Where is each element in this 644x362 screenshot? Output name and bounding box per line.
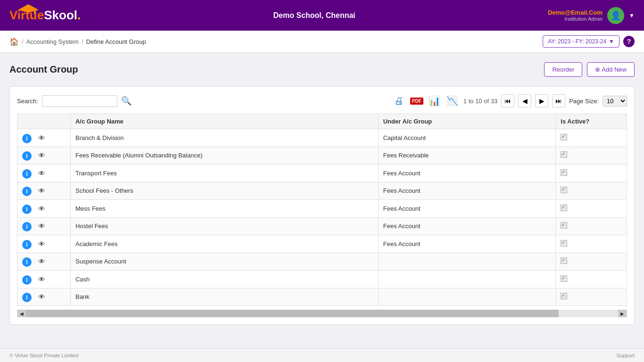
view-icon-6[interactable]: 👁 [37,239,47,249]
print-icon: 🖨 [394,96,404,107]
search-input[interactable] [42,95,117,107]
cell-name-5: Hostel Fees [70,217,378,235]
info-icon-3[interactable]: i [22,187,32,196]
cell-under-8 [378,271,556,288]
active-checkbox-0 [561,134,567,140]
view-icon-2[interactable]: 👁 [37,168,47,178]
scroll-right-arrow[interactable]: ▶ [618,310,627,317]
scroll-thumb[interactable] [26,310,559,317]
logo-skool-text: Skool [44,8,77,22]
active-checkbox-1 [561,151,567,158]
cell-under-2: Fees Account [378,165,556,182]
print-button[interactable]: 🖨 [392,94,406,108]
reorder-button[interactable]: Reorder [544,62,582,77]
table-row: i 👁 Transport FeesFees Account [17,165,627,182]
first-page-button[interactable]: ⏮ [501,94,514,107]
info-icon-7[interactable]: i [22,257,32,267]
ay-selector-button[interactable]: AY: 2023 - FY: 2023-24 ▼ [543,35,619,48]
cell-name-3: School Fees - Others [70,182,378,200]
table-row: i 👁 Branch & DivisionCapital Account [17,129,627,147]
excel-icon: 📊 [429,95,440,107]
search-label: Search: [17,98,38,105]
cell-active-1 [556,147,627,165]
view-icon-3[interactable]: 👁 [37,186,47,196]
info-icon-4[interactable]: i [22,205,32,214]
info-icon-0[interactable]: i [22,134,32,143]
help-button[interactable]: ? [623,36,635,47]
pdf-export-button[interactable]: PDF [410,94,424,108]
home-icon[interactable]: 🏠 [9,37,19,46]
view-icon-0[interactable]: 👁 [37,132,47,143]
info-icon-5[interactable]: i [22,222,32,231]
table-row: i 👁 Hostel FeesFees Account [17,217,627,235]
excel-export-button[interactable]: 📊 [428,94,442,108]
table-row: i 👁 Suspense Account [17,253,627,271]
col-header-active: Is Active? [556,114,627,129]
header: VirtueSkool. Demo School, Chennai Demo@E… [0,0,644,31]
logo: VirtueSkool. [9,8,81,23]
scroll-track[interactable] [26,310,618,317]
next-page-button[interactable]: ▶ [535,94,548,107]
school-name: Demo School, Chennai [273,11,355,20]
prev-page-button[interactable]: ◀ [518,94,531,107]
cell-active-7 [556,253,627,271]
ay-selector-label: AY: 2023 - FY: 2023-24 [548,38,606,45]
view-icon-9[interactable]: 👁 [37,292,47,302]
cell-under-4: Fees Account [378,200,556,218]
cell-active-4 [556,200,627,218]
info-icon-2[interactable]: i [22,169,32,179]
user-role: Institution Admin [548,16,603,22]
table-header-row: A/c Group Name Under A/c Group Is Active… [17,114,627,129]
page-size-select[interactable]: 10 20 50 100 [603,96,627,107]
active-checkbox-9 [561,293,567,299]
cell-under-3: Fees Account [378,182,556,200]
cell-name-9: Bank [70,288,378,306]
user-area: Demo@Email.Com Institution Admin 👤 ▼ [548,7,635,24]
table-row: i 👁 Cash [17,271,627,288]
ay-selector-chevron: ▼ [609,38,614,45]
active-checkbox-5 [561,222,567,229]
view-icon-1[interactable]: 👁 [37,150,47,161]
cell-under-6: Fees Account [378,235,556,253]
page-title: Account Group [9,64,78,75]
cell-active-8 [556,271,627,288]
view-icon-8[interactable]: 👁 [37,274,47,284]
view-icon-5[interactable]: 👁 [37,221,47,231]
logo-hat-icon [18,3,39,17]
view-icon-7[interactable]: 👁 [37,256,47,267]
excel-x-icon: 📉 [446,95,458,107]
excel-x-export-button[interactable]: 📉 [446,94,460,108]
toolbar-right: 🖨 PDF 📊 📉 1 to 10 of 33 ⏮ ◀ ▶ ⏭ Page Siz… [392,94,627,108]
action-buttons: Reorder ⊕ Add New [544,62,635,77]
cell-under-7 [378,253,556,271]
scroll-left-arrow[interactable]: ◀ [17,310,26,317]
search-area: Search: 🔍 [17,95,132,107]
table-card: Search: 🔍 🖨 PDF 📊 📉 1 to 10 of 33 ⏮ [9,86,635,325]
avatar[interactable]: 👤 [607,7,624,24]
cell-active-3 [556,182,627,200]
info-icon-1[interactable]: i [22,151,32,161]
last-page-button[interactable]: ⏭ [552,94,565,107]
col-header-name: A/c Group Name [70,114,378,129]
page-header: Account Group Reorder ⊕ Add New [9,62,635,77]
data-table: A/c Group Name Under A/c Group Is Active… [17,114,627,306]
page-size-label: Page Size: [569,98,599,105]
active-checkbox-6 [561,240,567,247]
user-menu-chevron[interactable]: ▼ [629,12,635,19]
info-icon-8[interactable]: i [22,275,32,285]
cell-under-9 [378,288,556,306]
cell-name-8: Cash [70,271,378,288]
cell-name-2: Transport Fees [70,165,378,182]
view-icon-4[interactable]: 👁 [37,203,47,214]
add-new-button[interactable]: ⊕ Add New [587,62,635,77]
cell-name-7: Suspense Account [70,253,378,271]
cell-active-0 [556,129,627,147]
info-icon-9[interactable]: i [22,293,32,302]
table-row: i 👁 Bank [17,288,627,306]
table-row: i 👁 School Fees - OthersFees Account [17,182,627,200]
active-checkbox-4 [561,205,567,211]
breadcrumb-accounting-system[interactable]: Accounting System [26,38,79,45]
search-button[interactable]: 🔍 [121,96,132,106]
horizontal-scrollbar[interactable]: ◀ ▶ [17,310,627,317]
info-icon-6[interactable]: i [22,240,32,249]
